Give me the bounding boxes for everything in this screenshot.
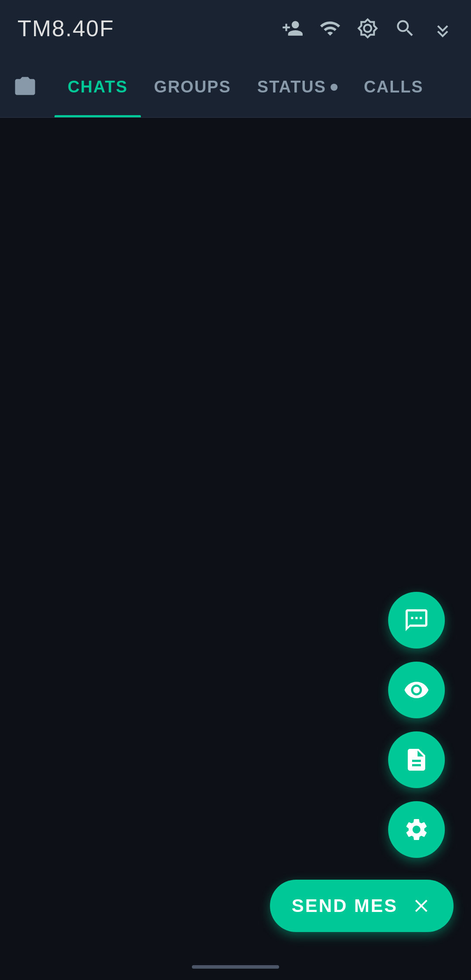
bottom-pill <box>192 965 279 969</box>
tab-status[interactable]: STATUS <box>244 57 351 117</box>
nav-tabs: CHATS GROUPS STATUS CALLS <box>55 57 458 117</box>
send-message-button[interactable]: SEND MES <box>270 880 454 932</box>
search-icon[interactable] <box>394 17 416 39</box>
brightness-icon <box>357 17 379 39</box>
more-icon[interactable] <box>432 17 454 39</box>
camera-icon[interactable] <box>13 75 37 99</box>
nav-bar: CHATS GROUPS STATUS CALLS <box>0 57 471 118</box>
document-fab-button[interactable] <box>388 731 445 788</box>
main-content: SEND MES <box>0 118 471 954</box>
status-time: TM8.40F <box>17 15 114 41</box>
status-bar: TM8.40F <box>0 0 471 57</box>
message-fab-button[interactable] <box>388 592 445 649</box>
tab-calls[interactable]: CALLS <box>351 57 437 117</box>
fab-container <box>388 592 445 858</box>
person-add-icon <box>282 17 304 39</box>
send-message-label: SEND MES <box>292 895 398 916</box>
send-message-container: SEND MES <box>270 880 454 932</box>
bottom-indicator <box>0 954 471 980</box>
tab-groups[interactable]: GROUPS <box>141 57 244 117</box>
wifi-icon <box>319 17 341 39</box>
status-notification-dot <box>331 84 338 91</box>
tab-chats[interactable]: CHATS <box>55 57 141 117</box>
eye-fab-button[interactable] <box>388 662 445 718</box>
status-icons <box>282 17 454 39</box>
close-icon[interactable] <box>411 895 432 916</box>
settings-fab-button[interactable] <box>388 801 445 858</box>
